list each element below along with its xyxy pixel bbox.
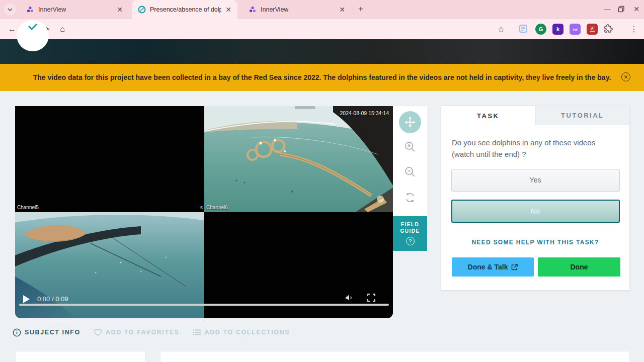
new-tab-button[interactable]: + (358, 4, 363, 14)
info-icon (13, 328, 21, 337)
project-avatar-mark-icon (17, 20, 49, 51)
bay-camera-scene (204, 106, 393, 212)
innerview-favicon-icon (249, 6, 257, 14)
tab-innerview-1[interactable]: InnerView ✕ (21, 0, 128, 19)
video-controls: 0:00 / 0:09 ⋮ (15, 287, 393, 318)
subject-video-player[interactable]: Channel5 5 (15, 106, 393, 318)
volume-icon[interactable] (345, 294, 354, 304)
zoom-out-button[interactable] (393, 161, 427, 183)
task-help-link[interactable]: NEED SOME HELP WITH THIS TASK? (441, 239, 629, 246)
camera-corner-digit: 5 (200, 205, 203, 210)
camera-label: Channel6 (206, 205, 228, 210)
grammarly-letter: G (539, 26, 543, 32)
banner-close-icon[interactable]: ✕ (621, 72, 630, 81)
task-panel-tabs: TASK TUTORIAL (441, 106, 629, 125)
metadata-card-left (15, 351, 145, 362)
done-and-talk-button[interactable]: Done & Talk (452, 257, 534, 277)
add-to-collections-link[interactable]: ADD TO COLLECTIONS (193, 329, 290, 336)
project-header-image (0, 39, 644, 64)
camera-label: Channel5 (17, 205, 39, 210)
tab-close-icon[interactable]: ✕ (117, 6, 123, 13)
minimize-button[interactable]: — (600, 5, 615, 13)
tab-search-button[interactable] (4, 4, 16, 16)
help-question-icon: ? (406, 237, 415, 245)
field-guide-label: FIELD (401, 222, 419, 227)
kami-extension-icon[interactable]: k (552, 24, 564, 35)
rotate-button[interactable] (393, 187, 427, 209)
external-link-icon (511, 264, 518, 270)
chevron-down-icon (8, 8, 13, 11)
add-to-favorites-label: ADD TO FAVORITES (106, 329, 180, 336)
kami-letter: k (556, 26, 559, 32)
video-menu-icon[interactable]: ⋮ (391, 296, 393, 305)
restore-icon (618, 6, 625, 13)
play-button[interactable] (23, 295, 30, 303)
field-guide-label: GUIDE (400, 228, 420, 234)
restore-button[interactable] (618, 6, 625, 15)
camera-view-channel6: 2024-08-09 15:34:14 Channel6 (204, 106, 393, 212)
pan-tool-button[interactable] (399, 111, 421, 133)
zoom-out-icon (404, 166, 416, 178)
metadata-card-right (160, 351, 629, 362)
tab-tutorial[interactable]: TUTORIAL (535, 106, 630, 125)
tab-title: InnerView (261, 6, 288, 13)
video-progress-bar[interactable] (19, 304, 389, 306)
answer-no-button[interactable]: No (451, 200, 620, 223)
subject-info-label: SUBJECT INFO (25, 329, 80, 336)
tab-dolphins-active[interactable]: Presence/absence of dolphins ✕ (132, 0, 237, 19)
add-to-collections-label: ADD TO COLLECTIONS (205, 329, 290, 336)
tab-title: Presence/absence of dolphins (150, 6, 221, 13)
tab-task[interactable]: TASK (441, 106, 535, 125)
browser-menu-icon[interactable]: ⋮ (627, 22, 641, 36)
close-window-button[interactable]: ✕ (629, 5, 644, 13)
project-avatar[interactable] (17, 20, 49, 51)
camera-timestamp: 2024-08-09 15:34:14 (340, 110, 389, 116)
task-panel: TASK TUTORIAL Do you see dolphins in any… (441, 106, 630, 291)
browser-tab-strip: InnerView ✕ Presence/absence of dolphins… (0, 0, 644, 19)
collections-list-icon (193, 329, 201, 336)
zoom-in-icon (404, 141, 416, 153)
answer-yes-button[interactable]: Yes (451, 169, 620, 192)
bookmark-star-icon[interactable]: ☆ (494, 22, 508, 36)
browser-toolbar: ← → ⟳ ⌂ zooniverse.org/projects/sumbredo… (0, 19, 644, 39)
camera-view-channel5: Channel5 5 (15, 106, 204, 212)
tab-innerview-2[interactable]: InnerView ✕ (244, 0, 350, 19)
tab-close-icon[interactable]: ✕ (225, 6, 231, 13)
grammarly-extension-icon[interactable]: G (535, 24, 546, 35)
banner-text: The video data for this project have bee… (27, 73, 618, 82)
dictionary-extension-icon[interactable]: A (587, 24, 598, 35)
rotate-icon (404, 192, 416, 204)
readwrite-extension-icon[interactable]: rw (570, 24, 581, 35)
move-icon (404, 116, 417, 129)
done-and-talk-label: Done & Talk (468, 263, 508, 271)
task-question: Do you see dolphins in any of these vide… (452, 137, 619, 160)
heart-icon (94, 329, 102, 336)
rw-letters: rw (573, 27, 577, 32)
extensions-puzzle-icon[interactable] (603, 24, 613, 36)
tab-title: InnerView (38, 6, 66, 13)
subject-info-link[interactable]: SUBJECT INFO (13, 328, 80, 337)
zooniverse-favicon-icon (138, 6, 146, 14)
subject-meta-bar: SUBJECT INFO ADD TO FAVORITES ADD TO COL… (13, 327, 290, 337)
home-button[interactable]: ⌂ (55, 22, 69, 36)
svg-text:A: A (591, 27, 593, 30)
zoom-in-button[interactable] (393, 136, 427, 158)
innerview-favicon-icon (26, 6, 34, 14)
reading-mode-extension-icon[interactable] (518, 24, 528, 36)
done-button[interactable]: Done (538, 257, 620, 277)
fullscreen-icon[interactable] (367, 294, 375, 304)
project-banner: The video data for this project have bee… (0, 64, 644, 91)
field-guide-button[interactable]: FIELD GUIDE ? (393, 216, 427, 251)
add-to-favorites-link[interactable]: ADD TO FAVORITES (94, 329, 180, 336)
tab-close-icon[interactable]: ✕ (339, 6, 345, 13)
tab-divider (354, 5, 354, 14)
task-actions: Done & Talk Done (452, 257, 620, 277)
time-display: 0:00 / 0:09 (37, 295, 68, 303)
